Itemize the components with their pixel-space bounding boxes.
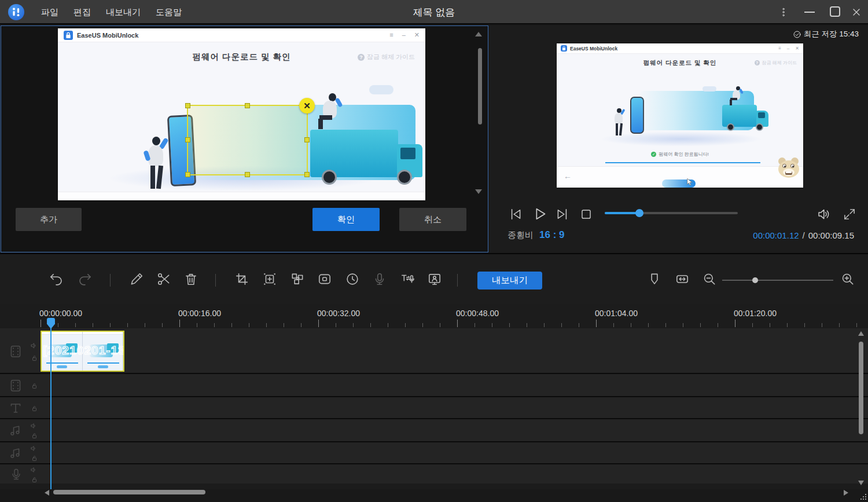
vscroll-down-icon[interactable] [858,481,864,485]
ruler-label: 00:00:32.00 [317,309,360,318]
timeline-zoom-slider[interactable] [722,280,833,281]
ok-button[interactable]: 확인 [312,208,380,231]
crop-scroll-down-icon[interactable] [475,189,482,194]
seek-slider-handle[interactable] [635,209,643,217]
duration-clock-icon[interactable] [345,272,360,287]
selection-handle-sw[interactable] [185,172,190,177]
hscroll-left-icon[interactable] [45,490,49,496]
export-button[interactable]: 내보내기 [477,272,542,290]
more-options-icon[interactable] [778,6,789,18]
menu-export[interactable]: 내보내기 [98,4,148,21]
minimize-button[interactable] [804,12,815,13]
fullscreen-icon[interactable] [842,207,857,222]
track-text [0,397,868,419]
track-lock-icon[interactable] [31,382,38,390]
selection-handle-nw[interactable] [185,103,190,108]
close-button[interactable] [851,6,862,18]
vertical-scrollbar-thumb[interactable] [859,342,863,434]
selection-delete-icon[interactable]: ✕ [299,98,315,113]
track-mute-icon[interactable] [30,466,38,474]
crop-scroll-up-icon[interactable] [475,32,482,36]
stop-button[interactable] [579,207,594,222]
preview-frame-footer: ← [557,166,803,188]
track-lock-icon[interactable] [31,476,38,483]
frame-minimize-icon: – [402,31,406,39]
zoom-out-icon[interactable] [702,272,717,287]
seek-slider-fill [605,212,639,214]
track-lock-icon[interactable] [31,455,38,462]
frame-guide-link: ? 잠금 해제 가이드 [358,53,415,61]
titlebar: 파일 편집 내보내기 도움말 제목 없음 [0,0,868,24]
person-waving-illustration [612,108,626,136]
maximize-button[interactable] [830,6,840,17]
fit-timeline-icon[interactable] [675,272,690,287]
firmware-status: ✓ 펌웨어 확인 완료됩니다! [557,151,803,157]
hscroll-right-icon[interactable] [844,490,848,496]
cloud-illustration [703,86,716,91]
portrait-effect-icon[interactable] [427,272,442,287]
film-track-icon [8,344,23,359]
vscroll-up-icon[interactable] [858,331,864,336]
video-clip[interactable]: [20210201-13365 [41,331,124,372]
voiceover-mic-icon[interactable] [372,272,387,287]
frame-window-titlebar: EaseUS MobiUnlock ≡ – ✕ [58,28,425,42]
person-on-truck-illustration [316,93,343,131]
picture-in-picture-icon[interactable] [317,272,332,287]
crop-icon[interactable] [234,272,249,287]
crop-scrollbar-thumb[interactable] [478,48,482,124]
marker-icon[interactable] [647,272,662,287]
track-music-2 [0,442,868,464]
music-track-icon [8,446,23,461]
frame-minimize-icon: – [787,46,789,51]
horizontal-scrollbar-thumb[interactable] [53,490,205,494]
frame-menu-icon: ≡ [389,31,393,39]
previous-frame-button[interactable] [507,206,524,222]
zoom-frame-icon[interactable] [262,272,277,287]
track-lock-icon[interactable] [31,405,38,412]
next-frame-button[interactable] [554,206,571,222]
redo-icon[interactable] [78,272,93,287]
mosaic-icon[interactable] [290,272,305,287]
playhead-line[interactable] [50,320,52,489]
crop-selection-box[interactable]: ✕ [187,105,308,175]
menu-file[interactable]: 파일 [34,4,66,21]
total-time: 00:00:09.15 [808,230,854,240]
frame-close-icon: ✕ [414,31,420,39]
track-mute-icon[interactable] [30,422,38,430]
selection-handle-se[interactable] [304,172,310,177]
back-arrow-icon: ← [564,171,572,181]
menu-help[interactable]: 도움말 [148,4,189,21]
menu-edit[interactable]: 편집 [66,4,98,21]
split-scissors-icon[interactable] [156,272,171,287]
frame-window-title: EaseUS MobiUnlock [77,32,138,39]
play-button[interactable] [531,205,549,223]
undo-icon[interactable] [49,272,64,287]
preview-frame-titlebar: EaseUS MobiUnlock ≡ – ✕ [557,43,803,54]
save-status: 최근 저장 15:43 [793,29,859,39]
timeline-ruler[interactable]: 00:00:00.00 00:00:16.00 00:00:32.00 00:0… [0,304,868,328]
delete-trash-icon[interactable] [183,272,198,287]
timeline-tracks: [20210201-13365 [0,328,868,489]
truck-illustration [722,85,774,136]
question-icon: ? [358,54,365,61]
timeline-zoom-slider-handle[interactable] [752,277,758,283]
selection-handle-s[interactable] [245,172,250,177]
mouse-cursor-icon [685,178,694,186]
text-to-speech-icon[interactable] [400,272,415,287]
track-lock-icon[interactable] [31,432,38,439]
selection-handle-e[interactable] [304,137,310,142]
edit-pencil-icon[interactable] [129,272,144,287]
track-mute-icon[interactable] [30,342,38,350]
zoom-in-icon[interactable] [840,272,855,287]
track-lock-icon[interactable] [31,354,38,362]
selection-handle-n[interactable] [245,103,250,108]
mobiunlock-logo-icon [64,31,73,40]
aspect-ratio-value[interactable]: 16 : 9 [539,229,564,241]
volume-icon[interactable] [816,206,833,222]
add-button[interactable]: 추가 [16,208,82,231]
selection-handle-w[interactable] [185,137,190,142]
cancel-button[interactable]: 취소 [399,208,466,231]
track-mute-icon[interactable] [30,445,38,452]
resize-grip-icon[interactable] [859,493,867,501]
ruler-label: 00:01:04.00 [595,309,638,318]
